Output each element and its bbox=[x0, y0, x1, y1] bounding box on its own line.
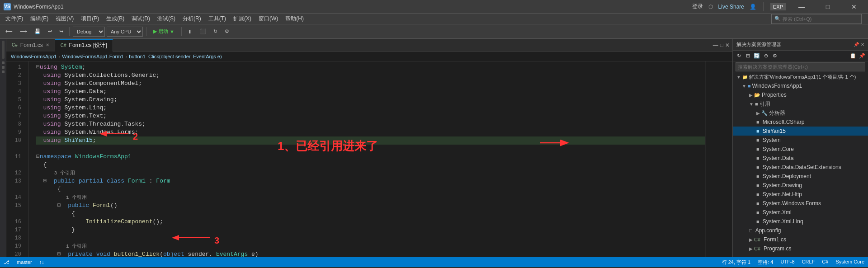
se-system-data[interactable]: ■ System.Data bbox=[733, 154, 868, 163]
se-app-config[interactable]: □ App.config bbox=[733, 226, 868, 235]
se-refresh-btn[interactable]: 🔄 bbox=[753, 52, 761, 60]
toolbar-undo-btn[interactable]: ↩ bbox=[45, 28, 55, 35]
status-bar: ⎇ master ↑↓ 行 24, 字符 1 空格: 4 UTF-8 CRLF … bbox=[0, 257, 868, 267]
se-collapse-all-btn[interactable]: ⊟ bbox=[744, 52, 752, 60]
toolbar-settings-btn[interactable]: ⚙ bbox=[222, 28, 232, 35]
toolbar-restart-btn[interactable]: ↻ bbox=[211, 28, 220, 35]
se-system-deployment[interactable]: ■ System.Deployment bbox=[733, 172, 868, 181]
code-line-13: { bbox=[36, 161, 705, 169]
se-shiyan15-icon: ■ bbox=[756, 128, 760, 134]
menu-extensions[interactable]: 扩展(X) bbox=[230, 14, 255, 24]
code-line-19: } bbox=[36, 226, 705, 234]
se-system[interactable]: ■ System bbox=[733, 136, 868, 145]
se-shiyan15[interactable]: ■ ShiYan15 bbox=[733, 127, 868, 136]
breadcrumb-sep2: › bbox=[125, 54, 127, 59]
run-button[interactable]: ▶ 启动 ▼ bbox=[150, 27, 178, 36]
se-properties-expand: ▶ bbox=[749, 93, 753, 98]
code-line-14: ⊟ public partial class Form1 : Form bbox=[36, 177, 705, 185]
tab-form1-design-label: Form1.cs [设计] bbox=[69, 42, 107, 49]
run-label: 启动 bbox=[158, 28, 168, 35]
live-share-text[interactable]: Live Share bbox=[718, 4, 744, 10]
se-form1-cs-expand: ▶ bbox=[749, 237, 753, 242]
se-search-input[interactable] bbox=[736, 62, 865, 71]
maximize-button[interactable]: □ bbox=[817, 0, 838, 14]
toolbar-stop-btn[interactable]: ⬛ bbox=[197, 28, 209, 35]
se-analyzer[interactable]: ▶ 🔧 分析器 bbox=[733, 108, 868, 118]
code-line-ref3: 1 个引用 bbox=[36, 242, 705, 250]
se-system-label: System bbox=[761, 137, 781, 143]
breadcrumb-sep1: › bbox=[58, 54, 60, 59]
code-line-21: ⊟ private void button1_Click(object send… bbox=[36, 250, 705, 257]
se-collapse-btn[interactable]: — bbox=[847, 42, 852, 47]
menu-tools[interactable]: 工具(T) bbox=[205, 14, 230, 24]
menu-project[interactable]: 项目(P) bbox=[77, 14, 103, 24]
status-branch[interactable]: master bbox=[17, 259, 32, 265]
status-spaces: 空格: 4 bbox=[758, 259, 773, 266]
se-solution-icon: 📁 bbox=[742, 75, 748, 80]
menu-file[interactable]: 文件(F) bbox=[2, 14, 27, 24]
se-project[interactable]: ▼ ■ WindowsFormsApp1 bbox=[733, 81, 868, 90]
se-system-xml-linq[interactable]: ■ System.Xml.Linq bbox=[733, 217, 868, 226]
code-line-15: { bbox=[36, 185, 705, 193]
tab-bar: C# Form1.cs ✕ C# Form1.cs [设计] — □ ✕ bbox=[6, 39, 732, 52]
se-system-windows-forms[interactable]: ■ System.Windows.Forms bbox=[733, 199, 868, 208]
editor-expand-icon[interactable]: □ bbox=[720, 42, 723, 48]
exp-button[interactable]: EXP bbox=[770, 3, 786, 10]
menu-window[interactable]: 窗口(W) bbox=[255, 14, 282, 24]
menu-test[interactable]: 测试(S) bbox=[154, 14, 179, 24]
se-close-btn[interactable]: ✕ bbox=[861, 42, 864, 47]
se-properties-btn[interactable]: 📋 bbox=[849, 52, 857, 60]
menu-help[interactable]: 帮助(H) bbox=[282, 14, 307, 24]
toolbar-pause-btn[interactable]: ⏸ bbox=[185, 28, 195, 35]
se-sync-btn[interactable]: ↻ bbox=[735, 52, 743, 60]
se-form1-cs[interactable]: ▶ C# Form1.cs bbox=[733, 235, 868, 244]
menu-edit[interactable]: 编辑(E) bbox=[27, 14, 52, 24]
share-icon: 👤 bbox=[750, 4, 756, 10]
code-line-4: using System.Data; bbox=[36, 88, 705, 96]
se-pin-btn[interactable]: 📌 bbox=[854, 42, 859, 47]
menu-debug[interactable]: 调试(D) bbox=[128, 14, 154, 24]
menu-build[interactable]: 生成(B) bbox=[103, 14, 128, 24]
se-filter-btn[interactable]: ⊖ bbox=[762, 52, 770, 60]
se-properties[interactable]: ▶ 📂 Properties bbox=[733, 90, 868, 99]
cpu-config-dropdown[interactable]: Any CPU x64 x86 bbox=[107, 27, 143, 37]
se-system-drawing[interactable]: ■ System.Drawing bbox=[733, 181, 868, 190]
se-pin2-btn[interactable]: 📌 bbox=[858, 53, 866, 59]
se-system-xml[interactable]: ■ System.Xml bbox=[733, 208, 868, 217]
status-language: C# bbox=[822, 259, 828, 266]
se-program-cs-icon: C# bbox=[754, 246, 760, 251]
code-content[interactable]: ⊟using System; using System.Collections.… bbox=[29, 61, 705, 257]
tab-form1-design[interactable]: C# Form1.cs [设计] bbox=[55, 39, 113, 52]
se-system-net-http[interactable]: ■ System.Net.Http bbox=[733, 190, 868, 199]
debug-config-dropdown[interactable]: Debug Release bbox=[73, 27, 105, 37]
se-system-data-dse[interactable]: ■ System.Data.DataSetExtensions bbox=[733, 163, 868, 172]
code-line-5: using System.Drawing; bbox=[36, 96, 705, 104]
close-button[interactable]: ✕ bbox=[844, 0, 864, 14]
se-references[interactable]: ▼ ■ 引用 bbox=[733, 99, 868, 108]
se-program-cs[interactable]: ▶ C# Program.cs bbox=[733, 244, 868, 253]
editor-collapse-icon[interactable]: — bbox=[713, 42, 718, 48]
breadcrumb-part1[interactable]: WindowsFormsApp1 bbox=[11, 54, 57, 59]
menu-view[interactable]: 视图(V) bbox=[52, 14, 77, 24]
login-text[interactable]: 登录 bbox=[692, 3, 703, 10]
search-input[interactable] bbox=[783, 16, 850, 22]
menu-analyze[interactable]: 分析(R) bbox=[179, 14, 205, 24]
minimize-button[interactable]: — bbox=[791, 0, 812, 14]
code-editor[interactable]: 1 2 3 4 5 6 7 8 9 10 11 12 13 14 bbox=[6, 61, 705, 257]
breadcrumb-part2[interactable]: WindowsFormsApp1.Form1 bbox=[62, 54, 123, 59]
se-ms-csharp[interactable]: ■ Microsoft.CSharp bbox=[733, 118, 868, 127]
tab-form1-cs-close[interactable]: ✕ bbox=[46, 42, 49, 47]
title-bar-right: 登录 ⬡ Live Share 👤 EXP — □ ✕ bbox=[692, 0, 864, 14]
tab-form1-cs[interactable]: C# Form1.cs ✕ bbox=[6, 39, 55, 52]
se-solution-label[interactable]: ▼ 📁 解决方案'WindowsFormsApp1'(1 个项目/共 1 个) bbox=[733, 72, 868, 81]
se-system-core[interactable]: ■ System.Core bbox=[733, 145, 868, 154]
breadcrumb-part3[interactable]: button1_Click(object sender, EventArgs e… bbox=[129, 54, 222, 59]
se-settings-btn[interactable]: ⚙ bbox=[771, 52, 779, 60]
toolbar-save-btn[interactable]: 💾 bbox=[32, 28, 43, 35]
editor-close-icon[interactable]: ✕ bbox=[725, 42, 730, 48]
code-line-10: using ShiYan15; bbox=[36, 136, 705, 145]
se-project-icon: ■ bbox=[748, 83, 751, 89]
toolbar-forward-btn[interactable]: ⟶ bbox=[17, 28, 30, 35]
toolbar-redo-btn[interactable]: ↪ bbox=[57, 28, 66, 35]
toolbar-back-btn[interactable]: ⟵ bbox=[3, 28, 15, 35]
